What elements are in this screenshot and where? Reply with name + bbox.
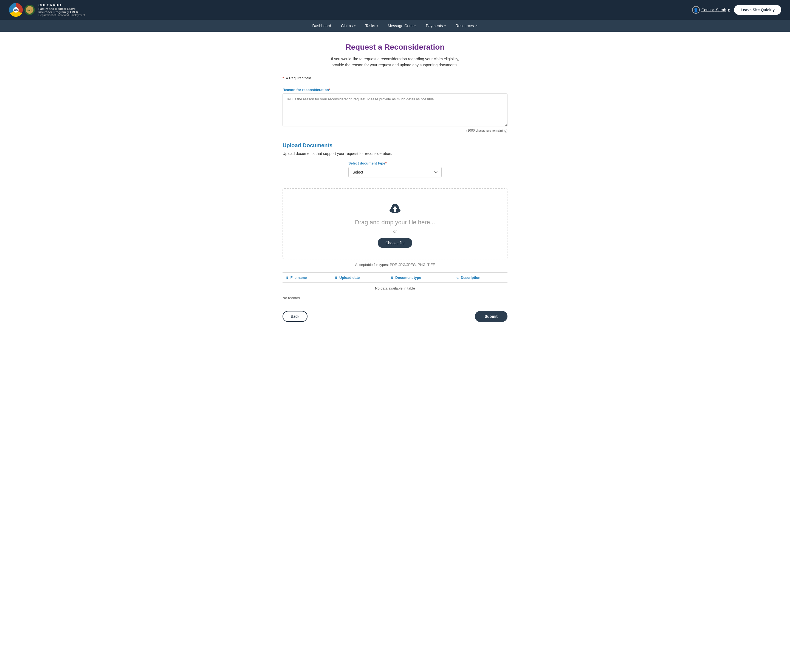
svg-rect-10 — [394, 208, 396, 212]
no-records-text: No records — [282, 296, 508, 300]
nav-resources-label: Resources — [456, 24, 474, 28]
nav-tasks[interactable]: Tasks ▾ — [361, 20, 383, 32]
user-menu-button[interactable]: 👤 Connor, Sarah ▾ — [692, 6, 730, 14]
upload-date-sort-icon: ⇅ — [335, 276, 337, 279]
upload-section-title: Upload Documents — [282, 142, 508, 149]
choose-file-button[interactable]: Choose file — [378, 238, 412, 248]
dept-name: Department of Labor and Employment — [38, 14, 85, 17]
nav-message-center[interactable]: Message Center — [383, 20, 421, 32]
cdle-logo-icon: CDLE — [24, 5, 35, 15]
top-header: CO CDLE COLORADO Family and Medical Leav… — [0, 0, 790, 20]
reason-field-group: Reason for reconsideration* (1000 charac… — [282, 88, 508, 133]
col-file-name[interactable]: ⇅ File name — [282, 272, 332, 283]
doc-type-sort-icon: ⇅ — [391, 276, 393, 279]
table-header-row: ⇅ File name ⇅ Upload date ⇅ Document typ… — [282, 272, 508, 283]
back-button[interactable]: Back — [282, 311, 308, 322]
col-doc-type[interactable]: ⇅ Document type — [387, 272, 453, 283]
logo-icons: CO CDLE — [9, 3, 35, 17]
nav-tasks-arrow-icon: ▾ — [377, 24, 378, 27]
nav-claims-label: Claims — [341, 24, 353, 28]
doc-type-label: Select document type* — [348, 161, 386, 165]
doc-type-select[interactable]: Select — [348, 167, 442, 178]
header-right: 👤 Connor, Sarah ▾ Leave Site Quickly — [692, 5, 781, 15]
required-note-text: = Required field — [286, 76, 311, 80]
svg-text:CO: CO — [14, 9, 18, 11]
svg-text:CDLE: CDLE — [27, 9, 32, 11]
description-sort-icon: ⇅ — [456, 276, 458, 279]
program-name2: Insurance Program (FAMLI) — [38, 10, 85, 14]
acceptable-types: Acceptable file types: PDF, JPG/JPEG, PN… — [282, 262, 508, 267]
leave-site-button[interactable]: Leave Site Quickly — [734, 5, 781, 15]
upload-description: Upload documents that support your reque… — [282, 151, 508, 156]
desc-line2: provide the reason for your request and … — [332, 63, 458, 67]
nav-resources[interactable]: Resources ↗ — [451, 20, 483, 32]
reason-label: Reason for reconsideration* — [282, 88, 508, 92]
upload-cloud-icon — [288, 203, 502, 216]
nav-claims[interactable]: Claims ▾ — [336, 20, 361, 32]
page-title: Request a Reconsideration — [282, 43, 508, 51]
nav-payments[interactable]: Payments ▾ — [421, 20, 450, 32]
col-description-label: Description — [461, 275, 481, 280]
col-doc-type-label: Document type — [395, 275, 421, 280]
drag-drop-text: Drag and drop your file here... — [288, 219, 502, 226]
doc-type-required-star: * — [385, 161, 386, 165]
nav-tasks-label: Tasks — [365, 24, 375, 28]
or-text: or — [288, 229, 502, 234]
char-count: (1000 characters remaining) — [282, 129, 508, 133]
logo-area: CO CDLE COLORADO Family and Medical Leav… — [9, 3, 85, 17]
form-footer: Back Submit — [282, 308, 508, 322]
page-description: If you would like to request a reconside… — [282, 56, 508, 68]
col-upload-date-label: Upload date — [339, 275, 360, 280]
main-nav: Dashboard Claims ▾ Tasks ▾ Message Cente… — [0, 20, 790, 32]
colorado-logo-icon: CO — [9, 3, 23, 17]
table-body: No data available in table — [282, 283, 508, 294]
nav-message-center-label: Message Center — [388, 24, 416, 28]
documents-table: ⇅ File name ⇅ Upload date ⇅ Document typ… — [282, 272, 508, 294]
user-avatar-icon: 👤 — [692, 6, 700, 14]
reason-label-text: Reason for reconsideration — [282, 88, 329, 92]
user-menu-arrow-icon: ▾ — [728, 8, 730, 12]
nav-dashboard[interactable]: Dashboard — [308, 20, 336, 32]
col-description[interactable]: ⇅ Description — [453, 272, 508, 283]
col-upload-date[interactable]: ⇅ Upload date — [332, 272, 387, 283]
desc-line1: If you would like to request a reconside… — [331, 57, 459, 61]
nav-payments-arrow-icon: ▾ — [444, 24, 446, 27]
org-name: COLORADO — [38, 3, 85, 7]
doc-type-wrapper: Select document type* Select — [282, 161, 508, 183]
required-note: * = Required field — [282, 76, 508, 80]
nav-dashboard-label: Dashboard — [312, 24, 332, 28]
col-file-name-label: File name — [290, 275, 307, 280]
table-no-data-cell: No data available in table — [282, 283, 508, 294]
reason-textarea[interactable] — [282, 93, 508, 126]
main-content: Request a Reconsideration If you would l… — [277, 32, 513, 338]
table-header: ⇅ File name ⇅ Upload date ⇅ Document typ… — [282, 272, 508, 283]
nav-claims-arrow-icon: ▾ — [354, 24, 356, 27]
external-link-icon: ↗ — [475, 24, 478, 28]
submit-button[interactable]: Submit — [475, 311, 508, 322]
table-no-data-row: No data available in table — [282, 283, 508, 294]
user-name: Connor, Sarah — [702, 8, 726, 12]
nav-payments-label: Payments — [426, 24, 443, 28]
drop-zone[interactable]: Drag and drop your file here... or Choos… — [282, 188, 508, 259]
required-star-icon: * — [282, 76, 284, 80]
program-name: Family and Medical Leave — [38, 7, 85, 10]
file-name-sort-icon: ⇅ — [286, 276, 288, 279]
reason-required-star: * — [329, 88, 330, 92]
logo-text: COLORADO Family and Medical Leave Insura… — [38, 3, 85, 17]
doc-type-label-text: Select document type — [348, 161, 385, 165]
